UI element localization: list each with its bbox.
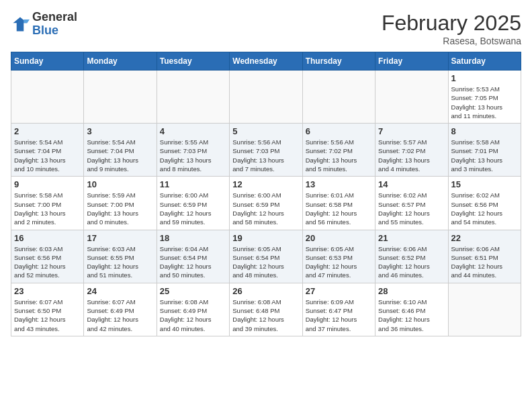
day-number: 16 (14, 233, 81, 243)
calendar-cell: 24Sunrise: 6:07 AM Sunset: 6:49 PM Dayli… (84, 283, 157, 336)
calendar-cell: 5Sunrise: 5:56 AM Sunset: 7:03 PM Daylig… (230, 124, 302, 177)
calendar-table: SundayMondayTuesdayWednesdayThursdayFrid… (11, 52, 521, 336)
calendar-week-row: 1Sunrise: 5:53 AM Sunset: 7:05 PM Daylig… (11, 71, 521, 124)
calendar-cell: 9Sunrise: 5:58 AM Sunset: 7:00 PM Daylig… (11, 177, 84, 230)
day-number: 13 (306, 179, 372, 189)
weekday-header-monday: Monday (84, 52, 157, 71)
day-info: Sunrise: 6:07 AM Sunset: 6:50 PM Dayligh… (14, 298, 81, 333)
location: Rasesa, Botswana (382, 36, 521, 46)
day-number: 24 (87, 286, 153, 296)
day-info: Sunrise: 5:58 AM Sunset: 7:01 PM Dayligh… (451, 138, 518, 173)
day-info: Sunrise: 6:07 AM Sunset: 6:49 PM Dayligh… (87, 298, 153, 333)
day-info: Sunrise: 6:04 AM Sunset: 6:54 PM Dayligh… (160, 244, 226, 280)
calendar-cell: 25Sunrise: 6:08 AM Sunset: 6:49 PM Dayli… (157, 283, 229, 336)
calendar-cell: 4Sunrise: 5:55 AM Sunset: 7:03 PM Daylig… (157, 124, 229, 177)
calendar-cell: 16Sunrise: 6:03 AM Sunset: 6:56 PM Dayli… (11, 230, 84, 283)
calendar-cell: 15Sunrise: 6:02 AM Sunset: 6:56 PM Dayli… (448, 177, 521, 230)
calendar-cell: 22Sunrise: 6:06 AM Sunset: 6:51 PM Dayli… (448, 230, 521, 283)
day-info: Sunrise: 6:02 AM Sunset: 6:57 PM Dayligh… (378, 191, 445, 226)
calendar-week-row: 23Sunrise: 6:07 AM Sunset: 6:50 PM Dayli… (11, 283, 521, 336)
logo-icon (11, 15, 30, 34)
day-number: 19 (232, 233, 299, 243)
day-number: 21 (378, 233, 445, 243)
calendar-cell (11, 71, 84, 124)
calendar-header-row: SundayMondayTuesdayWednesdayThursdayFrid… (11, 52, 521, 71)
day-number: 3 (87, 126, 153, 136)
day-info: Sunrise: 6:00 AM Sunset: 6:59 PM Dayligh… (160, 191, 226, 226)
calendar-cell: 21Sunrise: 6:06 AM Sunset: 6:52 PM Dayli… (375, 230, 448, 283)
weekday-header-wednesday: Wednesday (230, 52, 302, 71)
calendar-cell: 1Sunrise: 5:53 AM Sunset: 7:05 PM Daylig… (448, 71, 521, 124)
calendar-cell: 12Sunrise: 6:00 AM Sunset: 6:59 PM Dayli… (230, 177, 302, 230)
day-number: 8 (451, 126, 518, 136)
day-info: Sunrise: 6:08 AM Sunset: 6:48 PM Dayligh… (232, 298, 299, 333)
day-number: 26 (232, 286, 299, 296)
calendar-cell: 13Sunrise: 6:01 AM Sunset: 6:58 PM Dayli… (302, 177, 375, 230)
day-number: 17 (87, 233, 153, 243)
day-info: Sunrise: 6:00 AM Sunset: 6:59 PM Dayligh… (232, 191, 299, 226)
calendar-week-row: 2Sunrise: 5:54 AM Sunset: 7:04 PM Daylig… (11, 124, 521, 177)
day-info: Sunrise: 6:03 AM Sunset: 6:55 PM Dayligh… (87, 244, 153, 280)
day-info: Sunrise: 5:56 AM Sunset: 7:03 PM Dayligh… (232, 138, 299, 173)
day-info: Sunrise: 5:57 AM Sunset: 7:02 PM Dayligh… (378, 138, 445, 173)
calendar-cell: 10Sunrise: 5:59 AM Sunset: 7:00 PM Dayli… (84, 177, 157, 230)
calendar-cell: 26Sunrise: 6:08 AM Sunset: 6:48 PM Dayli… (230, 283, 302, 336)
day-info: Sunrise: 6:03 AM Sunset: 6:56 PM Dayligh… (14, 244, 81, 280)
calendar-cell: 19Sunrise: 6:05 AM Sunset: 6:54 PM Dayli… (230, 230, 302, 283)
calendar-cell: 20Sunrise: 6:05 AM Sunset: 6:53 PM Dayli… (302, 230, 375, 283)
weekday-header-saturday: Saturday (448, 52, 521, 71)
logo: General Blue (11, 11, 77, 38)
day-number: 6 (306, 126, 372, 136)
calendar-cell: 17Sunrise: 6:03 AM Sunset: 6:55 PM Dayli… (84, 230, 157, 283)
day-number: 12 (232, 179, 299, 189)
calendar-cell: 18Sunrise: 6:04 AM Sunset: 6:54 PM Dayli… (157, 230, 229, 283)
calendar-cell: 11Sunrise: 6:00 AM Sunset: 6:59 PM Dayli… (157, 177, 229, 230)
day-number: 27 (306, 286, 372, 296)
calendar-cell (448, 283, 521, 336)
calendar-cell (375, 71, 448, 124)
logo-general-text: General (32, 10, 77, 24)
day-number: 11 (160, 179, 226, 189)
calendar-cell (230, 71, 302, 124)
day-info: Sunrise: 5:53 AM Sunset: 7:05 PM Dayligh… (451, 85, 518, 120)
title-block: February 2025 Rasesa, Botswana (382, 11, 521, 46)
day-info: Sunrise: 6:06 AM Sunset: 6:52 PM Dayligh… (378, 244, 445, 280)
calendar-cell (157, 71, 229, 124)
day-info: Sunrise: 6:05 AM Sunset: 6:54 PM Dayligh… (232, 244, 299, 280)
month-title: February 2025 (382, 11, 521, 36)
day-number: 4 (160, 126, 226, 136)
day-number: 20 (306, 233, 372, 243)
calendar-cell (84, 71, 157, 124)
calendar-cell: 27Sunrise: 6:09 AM Sunset: 6:47 PM Dayli… (302, 283, 375, 336)
day-info: Sunrise: 6:05 AM Sunset: 6:53 PM Dayligh… (306, 244, 372, 280)
page-header: General Blue February 2025 Rasesa, Botsw… (11, 11, 521, 46)
weekday-header-sunday: Sunday (11, 52, 84, 71)
day-info: Sunrise: 6:10 AM Sunset: 6:46 PM Dayligh… (378, 298, 445, 333)
calendar-cell: 14Sunrise: 6:02 AM Sunset: 6:57 PM Dayli… (375, 177, 448, 230)
day-info: Sunrise: 5:59 AM Sunset: 7:00 PM Dayligh… (87, 191, 153, 226)
day-info: Sunrise: 5:54 AM Sunset: 7:04 PM Dayligh… (14, 138, 81, 173)
day-number: 22 (451, 233, 518, 243)
day-number: 18 (160, 233, 226, 243)
day-info: Sunrise: 5:55 AM Sunset: 7:03 PM Dayligh… (160, 138, 226, 173)
weekday-header-tuesday: Tuesday (157, 52, 229, 71)
weekday-header-friday: Friday (375, 52, 448, 71)
day-info: Sunrise: 6:02 AM Sunset: 6:56 PM Dayligh… (451, 191, 518, 226)
day-info: Sunrise: 5:54 AM Sunset: 7:04 PM Dayligh… (87, 138, 153, 173)
day-number: 23 (14, 286, 81, 296)
calendar-cell: 3Sunrise: 5:54 AM Sunset: 7:04 PM Daylig… (84, 124, 157, 177)
weekday-header-thursday: Thursday (302, 52, 375, 71)
day-number: 2 (14, 126, 81, 136)
day-info: Sunrise: 5:58 AM Sunset: 7:00 PM Dayligh… (14, 191, 81, 226)
calendar-cell: 6Sunrise: 5:56 AM Sunset: 7:02 PM Daylig… (302, 124, 375, 177)
day-number: 28 (378, 286, 445, 296)
day-info: Sunrise: 6:09 AM Sunset: 6:47 PM Dayligh… (306, 298, 372, 333)
day-number: 25 (160, 286, 226, 296)
calendar-week-row: 16Sunrise: 6:03 AM Sunset: 6:56 PM Dayli… (11, 230, 521, 283)
day-number: 5 (232, 126, 299, 136)
day-number: 10 (87, 179, 153, 189)
calendar-cell: 23Sunrise: 6:07 AM Sunset: 6:50 PM Dayli… (11, 283, 84, 336)
day-info: Sunrise: 5:56 AM Sunset: 7:02 PM Dayligh… (306, 138, 372, 173)
calendar-cell: 7Sunrise: 5:57 AM Sunset: 7:02 PM Daylig… (375, 124, 448, 177)
calendar-cell: 28Sunrise: 6:10 AM Sunset: 6:46 PM Dayli… (375, 283, 448, 336)
